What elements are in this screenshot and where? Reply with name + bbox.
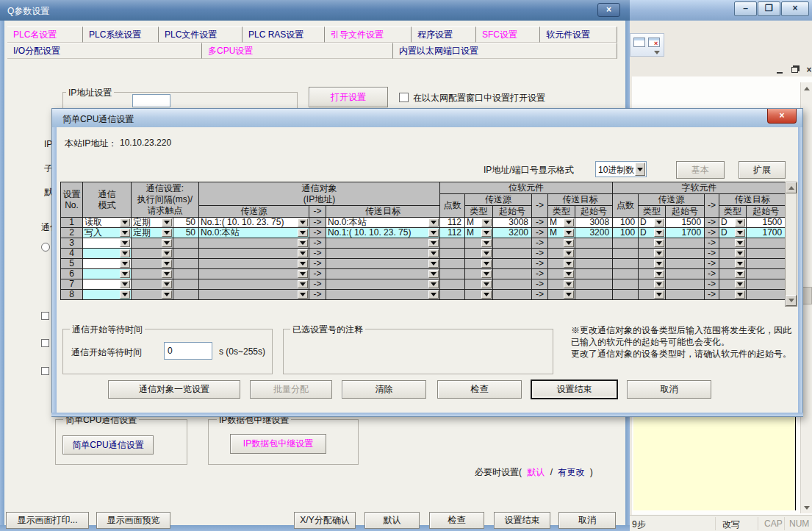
dropdown-arrow-icon[interactable] bbox=[564, 270, 574, 278]
cell-word-source-type[interactable] bbox=[639, 290, 666, 300]
comm-target-list-button[interactable]: 通信对象一览设置 bbox=[108, 380, 240, 399]
screen-preview-button[interactable]: 显示画面预览 bbox=[96, 512, 170, 529]
scroll-up-button[interactable] bbox=[801, 82, 812, 94]
dropdown-arrow-icon[interactable] bbox=[120, 280, 130, 288]
cell-comm-setting[interactable] bbox=[132, 259, 173, 269]
cell-bit-source-type[interactable] bbox=[465, 249, 493, 259]
dropdown-arrow-icon[interactable] bbox=[298, 260, 308, 268]
dropdown-arrow-icon[interactable] bbox=[654, 260, 664, 268]
dropdown-arrow-icon[interactable] bbox=[428, 249, 439, 257]
tab-row1-7[interactable]: SFC设置 bbox=[476, 26, 540, 43]
dropdown-arrow-icon[interactable] bbox=[735, 270, 745, 278]
cell-word-source-type[interactable] bbox=[639, 238, 666, 249]
dropdown-arrow-icon[interactable] bbox=[481, 280, 492, 288]
cell-transfer-source[interactable] bbox=[199, 269, 309, 279]
cell-comm-mode[interactable] bbox=[83, 249, 132, 259]
cell-word-source-type[interactable] bbox=[639, 269, 666, 279]
app-close-button[interactable]: × bbox=[781, 1, 809, 16]
dropdown-arrow-icon[interactable] bbox=[654, 280, 664, 288]
dropdown-arrow-icon[interactable] bbox=[564, 291, 574, 299]
dropdown-arrow-icon[interactable] bbox=[298, 291, 308, 299]
scrollbar-thumb[interactable] bbox=[802, 287, 812, 304]
dropdown-arrow-icon[interactable] bbox=[735, 218, 745, 227]
dropdown-arrow-icon[interactable] bbox=[162, 249, 172, 257]
radio-button-fragment[interactable] bbox=[41, 243, 50, 252]
cell-transfer-dest[interactable]: No.0:本站 bbox=[326, 218, 440, 228]
cell-transfer-dest[interactable] bbox=[326, 279, 440, 290]
dropdown-arrow-icon[interactable] bbox=[564, 249, 574, 257]
checkbox-fragment[interactable] bbox=[41, 312, 49, 320]
cell-comm-setting[interactable] bbox=[132, 249, 173, 259]
simple-cpu-comm-button[interactable]: 简单CPU通信设置 bbox=[62, 435, 154, 455]
cell-bit-source-type[interactable]: M bbox=[465, 228, 493, 238]
cell-bit-dest-type[interactable] bbox=[548, 290, 575, 300]
cell-word-source-type[interactable] bbox=[639, 259, 666, 269]
dropdown-arrow-icon[interactable] bbox=[120, 260, 130, 268]
cell-word-source-type[interactable] bbox=[639, 249, 666, 259]
dropdown-arrow-icon[interactable] bbox=[120, 291, 130, 299]
dropdown-arrow-icon[interactable] bbox=[162, 270, 172, 278]
cell-bit-dest-type[interactable] bbox=[548, 249, 575, 259]
tab-row1-3[interactable]: PLC文件设置 bbox=[159, 26, 242, 43]
cancel-button[interactable]: 取消 bbox=[558, 512, 616, 529]
cell-transfer-dest[interactable] bbox=[326, 259, 440, 269]
cpu-dialog-close-button[interactable]: × bbox=[767, 109, 797, 124]
xy-assign-check-button[interactable]: X/Y分配确认 bbox=[294, 512, 356, 529]
cell-word-dest-type[interactable] bbox=[719, 290, 747, 300]
cell-transfer-source[interactable]: No.0:本站 bbox=[199, 228, 309, 238]
dropdown-arrow-icon[interactable] bbox=[162, 291, 172, 299]
window-icon[interactable] bbox=[633, 38, 645, 47]
tab-row2-2[interactable]: 多CPU设置 bbox=[202, 43, 393, 59]
open-settings-button[interactable]: 打开设置 bbox=[309, 87, 388, 107]
cell-comm-mode[interactable] bbox=[83, 238, 132, 249]
cell-transfer-source[interactable] bbox=[199, 238, 309, 249]
default-link[interactable]: 默认 bbox=[527, 467, 545, 477]
dropdown-arrow-icon[interactable] bbox=[735, 280, 745, 288]
dropdown-arrow-icon[interactable] bbox=[120, 229, 130, 237]
mdi-minimize-button[interactable] bbox=[775, 65, 785, 75]
dropdown-arrow-icon[interactable] bbox=[162, 260, 172, 268]
display-format-combobox[interactable]: 10进制数 bbox=[595, 161, 647, 177]
cell-bit-dest-type[interactable] bbox=[548, 279, 575, 290]
cell-bit-dest-type[interactable] bbox=[548, 238, 575, 249]
cell-transfer-dest[interactable] bbox=[326, 238, 440, 249]
dropdown-arrow-icon[interactable] bbox=[298, 218, 308, 227]
dropdown-arrow-icon[interactable] bbox=[654, 291, 664, 299]
cell-comm-setting[interactable]: 定期 bbox=[132, 218, 173, 228]
tab-row1-1[interactable]: PLC名设置 bbox=[7, 26, 83, 43]
dropdown-arrow-icon[interactable] bbox=[120, 249, 130, 257]
tab-row1-5[interactable]: 引导文件设置 bbox=[325, 26, 412, 43]
cell-word-dest-type[interactable] bbox=[719, 269, 747, 279]
dropdown-arrow-icon[interactable] bbox=[635, 163, 645, 176]
cell-comm-setting[interactable] bbox=[132, 279, 173, 290]
cell-comm-mode[interactable] bbox=[83, 290, 132, 300]
comm-wait-time-input[interactable]: 0 bbox=[164, 342, 212, 360]
dropdown-arrow-icon[interactable] bbox=[162, 280, 172, 288]
cell-word-dest-type[interactable]: D bbox=[719, 218, 747, 228]
dropdown-arrow-icon[interactable] bbox=[481, 218, 492, 227]
cell-comm-mode[interactable]: 读取 bbox=[83, 218, 132, 228]
dropdown-arrow-icon[interactable] bbox=[654, 239, 664, 247]
cell-comm-setting[interactable]: 定期 bbox=[132, 228, 173, 238]
dropdown-arrow-icon[interactable] bbox=[162, 229, 172, 237]
cell-word-dest-type[interactable] bbox=[719, 238, 747, 249]
changed-link[interactable]: 有更改 bbox=[558, 467, 584, 477]
cell-word-dest-type[interactable] bbox=[719, 279, 747, 290]
dropdown-arrow-icon[interactable] bbox=[428, 229, 439, 237]
tab-row1-4[interactable]: PLC RAS设置 bbox=[242, 26, 325, 43]
cell-transfer-dest[interactable] bbox=[326, 290, 440, 300]
table-scroll-down-button[interactable] bbox=[786, 295, 797, 306]
cell-bit-dest-type[interactable] bbox=[548, 259, 575, 269]
cell-bit-source-type[interactable] bbox=[465, 279, 493, 290]
tab-row1-8[interactable]: 软元件设置 bbox=[540, 26, 617, 43]
cell-word-dest-type[interactable]: D bbox=[719, 228, 747, 238]
dropdown-arrow-icon[interactable] bbox=[298, 280, 308, 288]
table-scroll-up-button[interactable] bbox=[786, 182, 797, 193]
cell-comm-setting[interactable] bbox=[132, 269, 173, 279]
cell-comm-mode[interactable]: 写入 bbox=[83, 228, 132, 238]
dropdown-arrow-icon[interactable] bbox=[428, 270, 439, 278]
cell-transfer-dest[interactable] bbox=[326, 249, 440, 259]
dropdown-arrow-icon[interactable] bbox=[735, 229, 745, 237]
table-vertical-scrollbar[interactable] bbox=[785, 182, 797, 307]
dropdown-arrow-icon[interactable] bbox=[735, 249, 745, 257]
